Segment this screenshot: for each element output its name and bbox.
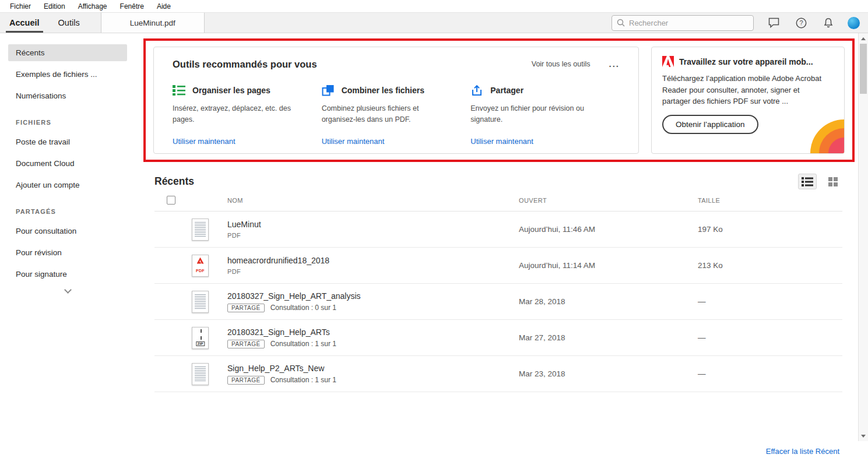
avatar[interactable] bbox=[848, 17, 860, 29]
shared-badge: PARTAGÉ bbox=[227, 376, 265, 385]
recent-section: Récents bbox=[154, 174, 842, 392]
main-area: Outils recommandés pour vous Voir tous l… bbox=[135, 33, 868, 458]
adobe-acrobat-icon bbox=[662, 56, 674, 67]
file-size: — bbox=[698, 297, 842, 306]
help-icon: ? bbox=[796, 17, 807, 29]
consultation-status: Consultation : 0 sur 1 bbox=[270, 304, 336, 312]
scroll-down-arrow[interactable] bbox=[859, 431, 868, 441]
use-now-link-organize[interactable]: Utiliser maintenant bbox=[173, 137, 236, 146]
tab-outils[interactable]: Outils bbox=[49, 13, 89, 33]
mobile-app-card: Travaillez sur votre appareil mob... Tél… bbox=[651, 47, 845, 154]
sidebar-item-pour-consultation[interactable]: Pour consultation bbox=[8, 223, 127, 239]
recent-file-list: LueMinut PDF Aujourd’hui, 11:46 AM 197 K… bbox=[154, 212, 842, 392]
bell-icon bbox=[823, 17, 834, 29]
file-opened: Aujourd’hui, 11:46 AM bbox=[519, 225, 698, 234]
file-name: homeacrordrunified18_2018 bbox=[227, 256, 519, 265]
grid-view-button[interactable] bbox=[824, 174, 842, 189]
file-opened: Mar 27, 2018 bbox=[519, 333, 698, 342]
comments-button[interactable] bbox=[766, 15, 781, 30]
overflow-menu-button[interactable]: ... bbox=[609, 61, 620, 67]
chevron-down-icon[interactable] bbox=[64, 286, 72, 294]
table-row[interactable]: 20180327_Sign_Help_ART_analysis PARTAGÉ … bbox=[154, 284, 842, 320]
sidebar: Récents Exemples de fichiers ... Numéris… bbox=[0, 33, 135, 458]
sidebar-section-partages: PARTAGÉS bbox=[16, 208, 135, 215]
sidebar-item-document-cloud[interactable]: Document Cloud bbox=[8, 155, 127, 172]
search-input[interactable] bbox=[629, 19, 748, 27]
tab-bar: Accueil Outils LueMinut.pdf ? bbox=[0, 13, 868, 33]
search-icon bbox=[617, 19, 625, 27]
menu-affichage[interactable]: Affichage bbox=[72, 2, 114, 10]
help-button[interactable]: ? bbox=[793, 15, 809, 30]
file-name: 20180321_Sign_Help_ARTs bbox=[227, 327, 519, 337]
file-name: Sign_Help_P2_ARTs_New bbox=[227, 364, 519, 373]
mobile-card-description: Téléchargez l’application mobile Adobe A… bbox=[662, 73, 823, 107]
consultation-status: Consultation : 1 sur 1 bbox=[270, 340, 336, 348]
sidebar-item-pour-signature[interactable]: Pour signature bbox=[8, 266, 127, 283]
menu-edition[interactable]: Edition bbox=[37, 2, 72, 10]
menu-fichier[interactable]: Fichier bbox=[3, 2, 37, 10]
consultation-status: Consultation : 1 sur 1 bbox=[270, 376, 336, 384]
clear-recent-link[interactable]: Effacer la liste Récent bbox=[766, 447, 839, 456]
combine-files-icon bbox=[322, 84, 335, 96]
recommended-tools-annotation: Outils recommandés pour vous Voir tous l… bbox=[143, 38, 855, 162]
file-type: PDF bbox=[227, 268, 519, 275]
tool-description: Combinez plusieurs fichiers et organisez… bbox=[322, 103, 441, 131]
tool-share: Partager Envoyez un fichier pour révisio… bbox=[470, 84, 620, 146]
table-row[interactable]: LueMinut PDF Aujourd’hui, 11:46 AM 197 K… bbox=[154, 212, 842, 248]
list-view-icon bbox=[802, 177, 813, 186]
sidebar-item-recents[interactable]: Récents bbox=[8, 44, 127, 61]
get-app-button[interactable]: Obtenir l’application bbox=[662, 115, 758, 134]
use-now-link-share[interactable]: Utiliser maintenant bbox=[470, 137, 533, 146]
document-thumbnail-icon bbox=[192, 291, 209, 313]
search-box[interactable] bbox=[612, 15, 754, 31]
sidebar-item-pour-revision[interactable]: Pour révision bbox=[8, 244, 127, 261]
mobile-card-title: Travaillez sur votre appareil mob... bbox=[679, 57, 813, 66]
share-icon bbox=[470, 84, 483, 96]
sidebar-section-fichiers: FICHIERS bbox=[16, 119, 135, 126]
file-opened: Aujourd’hui, 11:14 AM bbox=[519, 261, 698, 270]
see-all-tools-link[interactable]: Voir tous les outils bbox=[532, 60, 591, 68]
shared-badge: PARTAGÉ bbox=[227, 304, 265, 312]
menu-aide[interactable]: Aide bbox=[150, 2, 177, 10]
vertical-scrollbar[interactable] bbox=[858, 33, 868, 441]
tab-document[interactable]: LueMinut.pdf bbox=[101, 13, 205, 33]
sidebar-item-poste-de-travail[interactable]: Poste de travail bbox=[8, 133, 127, 150]
notifications-button[interactable] bbox=[821, 15, 836, 30]
tool-description: Insérez, extrayez, déplacez, etc. des pa… bbox=[173, 103, 292, 131]
sidebar-item-numerisations[interactable]: Numérisations bbox=[8, 87, 127, 104]
menu-fenetre[interactable]: Fenêtre bbox=[114, 2, 150, 10]
file-opened: Mar 28, 2018 bbox=[519, 297, 698, 306]
use-now-link-combine[interactable]: Utiliser maintenant bbox=[322, 137, 385, 146]
scrollbar-thumb[interactable] bbox=[860, 44, 867, 94]
tab-accueil[interactable]: Accueil bbox=[0, 13, 49, 33]
svg-text:?: ? bbox=[799, 19, 803, 26]
file-name: LueMinut bbox=[227, 220, 519, 229]
document-thumbnail-icon bbox=[192, 219, 209, 241]
table-row[interactable]: 20180321_Sign_Help_ARTs PARTAGÉ Consulta… bbox=[154, 320, 842, 356]
table-row[interactable]: Sign_Help_P2_ARTs_New PARTAGÉ Consultati… bbox=[154, 356, 842, 392]
column-header-nom[interactable]: NOM bbox=[227, 197, 519, 204]
file-type: PDF bbox=[227, 232, 519, 239]
file-size: — bbox=[698, 369, 842, 378]
sidebar-item-exemples[interactable]: Exemples de fichiers ... bbox=[8, 66, 127, 83]
recommended-tools-card: Outils recommandés pour vous Voir tous l… bbox=[153, 47, 639, 154]
column-header-ouvert[interactable]: OUVERT bbox=[519, 197, 698, 204]
menu-bar: Fichier Edition Affichage Fenêtre Aide bbox=[0, 0, 868, 13]
recent-title: Récents bbox=[154, 175, 194, 188]
pdf-file-icon bbox=[192, 255, 209, 277]
tool-name: Partager bbox=[490, 86, 523, 95]
tab-outils-label: Outils bbox=[58, 18, 80, 27]
file-size: — bbox=[698, 333, 842, 342]
table-row[interactable]: homeacrordrunified18_2018 PDF Aujourd’hu… bbox=[154, 248, 842, 284]
list-view-button[interactable] bbox=[798, 174, 817, 189]
column-header-taille[interactable]: TAILLE bbox=[698, 197, 842, 204]
sidebar-item-ajouter-un-compte[interactable]: Ajouter un compte bbox=[8, 177, 127, 193]
file-size: 213 Ko bbox=[698, 261, 842, 270]
tab-accueil-label: Accueil bbox=[9, 18, 40, 27]
recommended-tools-title: Outils recommandés pour vous bbox=[173, 59, 317, 70]
zip-file-icon bbox=[192, 327, 209, 349]
file-opened: Mar 23, 2018 bbox=[519, 369, 698, 378]
scroll-up-arrow[interactable] bbox=[859, 34, 868, 43]
table-header: NOM OUVERT TAILLE bbox=[154, 189, 842, 212]
select-all-checkbox[interactable] bbox=[167, 196, 175, 205]
